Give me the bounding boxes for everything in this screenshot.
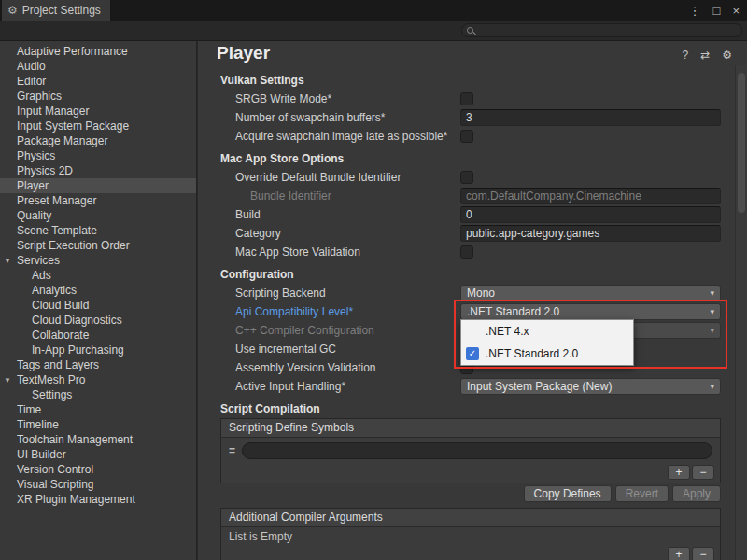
sidebar-item-label: Timeline [17,418,59,431]
section-header-vulkan: Vulkan Settings [220,71,747,90]
sidebar-item[interactable]: ▼ Preset Manager [0,193,196,208]
sidebar-item[interactable]: ▼ Ads [0,268,196,283]
sidebar-item[interactable]: ▼ Script Execution Order [0,238,196,253]
sidebar-item[interactable]: ▼ Services [0,253,196,268]
sidebar-item[interactable]: ▼ Audio [0,59,196,74]
sidebar-item[interactable]: ▼ Cloud Build [0,298,196,313]
sidebar-item[interactable]: ▼ Collaborate [0,328,196,343]
sidebar-item-label: Cloud Diagnostics [32,314,122,327]
sidebar-item[interactable]: ▼ Time [0,402,196,417]
srgb-write-mode-row: SRGB Write Mode* [220,90,747,108]
titlebar: ⚙ Project Settings ⋮ □ × [0,0,747,21]
additional-compiler-arguments-box: Additional Compiler Arguments List is Em… [220,508,721,560]
sidebar-item[interactable]: ▼ Quality [0,208,196,223]
vertical-scrollbar[interactable] [735,65,747,560]
remove-define-button[interactable]: − [692,465,714,480]
panel-header: Player ? ⇄ ⚙ [198,41,747,65]
field-label: Build [220,208,460,221]
bundle-identifier-input [460,188,721,204]
maximize-icon[interactable]: □ [713,4,721,18]
sidebar-item-label: Preset Manager [17,194,96,207]
dropdown-menu-item[interactable]: ✓ .NET Standard 2.0 [461,343,633,365]
sidebar-item[interactable]: ▼ TextMesh Pro [0,372,196,387]
sidebar-item[interactable]: ▼ Input System Package [0,119,196,133]
sidebar-item[interactable]: ▼ In-App Purchasing [0,343,196,357]
sidebar-item-label: Adaptive Performance [17,45,128,58]
sidebar-item[interactable]: ▼ Physics [0,148,196,163]
sidebar-item-label: Tags and Layers [17,358,99,371]
sidebar-item-label: Time [17,403,41,416]
window-tab[interactable]: ⚙ Project Settings [2,0,110,21]
field-label: Use incremental GC [220,343,460,356]
sidebar-item-label: Analytics [32,284,77,297]
sidebar-item[interactable]: ▼ Physics 2D [0,163,196,178]
remove-argument-button[interactable]: − [692,547,714,560]
sidebar-item[interactable]: ▼ Settings [0,387,196,402]
copy-defines-button[interactable]: Copy Defines [524,485,612,502]
section-header-mac: Mac App Store Options [220,149,747,168]
dropdown-value: Input System Package (New) [467,380,612,393]
sidebar-item[interactable]: ▼ Visual Scripting [0,477,196,492]
dropdown-menu-item[interactable]: ✓ .NET 4.x [461,320,633,343]
settings-content: Vulkan Settings SRGB Write Mode* Number … [220,65,747,560]
sidebar-item[interactable]: ▼ Analytics [0,283,196,298]
sidebar-item[interactable]: ▼ Package Manager [0,133,196,148]
search-box[interactable] [461,23,742,37]
sidebar-item-label: Toolchain Management [17,433,133,446]
chevron-down-icon: ▾ [710,382,714,391]
field-label: Category [220,227,460,240]
section-header-script-compilation: Script Compilation [220,399,747,418]
window-menu-icon[interactable]: ⋮ [689,4,701,18]
sidebar-item[interactable]: ▼ Timeline [0,417,196,432]
category-input[interactable] [460,225,721,242]
settings-gear-icon[interactable]: ⚙ [722,49,732,62]
sidebar-item-label: Audio [17,60,46,73]
sidebar-item[interactable]: ▼ Adaptive Performance [0,44,196,59]
build-row: Build [220,205,747,224]
apply-button: Apply [672,485,721,502]
sidebar-item[interactable]: ▼ Player [0,178,196,193]
sidebar-item[interactable]: ▼ Cloud Diagnostics [0,313,196,328]
sidebar-item[interactable]: ▼ Editor [0,74,196,89]
check-icon: ✓ [466,347,479,360]
sidebar-item[interactable]: ▼ Scene Template [0,223,196,238]
sidebar-item[interactable]: ▼ XR Plugin Management [0,492,196,507]
add-argument-button[interactable]: + [668,547,690,560]
sidebar-item[interactable]: ▼ UI Builder [0,447,196,462]
sidebar-item-label: Script Execution Order [17,239,130,252]
sidebar-item[interactable]: ▼ Graphics [0,89,196,104]
sidebar-item-label: Physics 2D [17,164,73,177]
box-header: Scripting Define Symbols [221,419,720,438]
swapchain-buffers-input[interactable] [460,109,721,126]
sidebar-item[interactable]: ▼ Toolchain Management [0,432,196,447]
build-input[interactable] [460,206,721,223]
sidebar-item-label: Settings [32,388,72,401]
add-define-button[interactable]: + [668,465,690,480]
bundle-identifier-row: Bundle Identifier [220,187,747,205]
box-header: Additional Compiler Arguments [221,509,720,527]
sidebar-item-label: Player [17,179,49,192]
chevron-down-icon: ▾ [710,307,714,316]
search-input[interactable] [477,24,738,36]
api-compatibility-dropdown[interactable]: .NET Standard 2.0 ▾ [460,303,721,320]
sidebar-item[interactable]: ▼ Tags and Layers [0,357,196,372]
drag-handle-icon[interactable]: = [229,444,242,457]
override-bundle-id-checkbox[interactable] [460,171,473,184]
field-label: Mac App Store Validation [220,245,460,259]
help-icon[interactable]: ? [682,49,688,62]
presets-icon[interactable]: ⇄ [700,49,710,62]
mac-validation-checkbox[interactable] [460,245,473,259]
define-symbol-input[interactable] [242,442,712,459]
field-label: Number of swapchain buffers* [220,111,460,124]
srgb-write-mode-checkbox[interactable] [460,92,473,105]
close-icon[interactable]: × [732,4,740,18]
acquire-swapchain-checkbox[interactable] [460,130,473,143]
active-input-handling-dropdown[interactable]: Input System Package (New) ▾ [460,378,721,395]
scrollbar-thumb[interactable] [738,73,745,213]
scripting-backend-dropdown[interactable]: Mono ▾ [460,285,721,301]
chevron-down-icon: ▾ [710,288,714,298]
chevron-down-icon: ▾ [710,326,714,335]
sidebar-item[interactable]: ▼ Version Control [0,462,196,477]
sidebar-item-label: UI Builder [17,448,66,461]
sidebar-item[interactable]: ▼ Input Manager [0,104,196,119]
